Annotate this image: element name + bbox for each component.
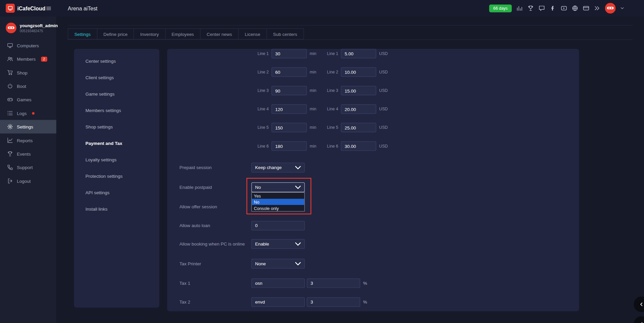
min-unit-label: min xyxy=(310,107,316,111)
sidebar-item-label: Logout xyxy=(17,178,31,183)
trophy-icon[interactable] xyxy=(527,5,534,12)
line2-usd-input[interactable] xyxy=(341,67,376,77)
sidebar-item-support[interactable]: Support xyxy=(0,161,56,174)
chat-icon[interactable] xyxy=(538,5,545,12)
center-title: Arena aiTest xyxy=(68,5,97,11)
tax-printer-select[interactable]: None xyxy=(251,259,305,268)
members-icon xyxy=(7,56,13,62)
license-days-badge[interactable]: 66 days xyxy=(489,4,512,12)
field-label: Enable postpaid xyxy=(179,185,251,190)
line-label: Line 1 xyxy=(258,51,269,56)
field-label: Tax Printer xyxy=(179,261,251,266)
select-value: Keep change xyxy=(255,165,281,170)
nav-loyalty-settings[interactable]: Loyalty settings xyxy=(74,152,159,168)
prepaid-session-select[interactable]: Keep change xyxy=(251,163,305,172)
sidebar-profile[interactable]: youngzsoft_admin 005193482475 xyxy=(0,16,56,39)
sidebar-item-logs[interactable]: Logs xyxy=(0,106,56,120)
enable-postpaid-select[interactable]: No xyxy=(251,182,305,192)
sidebar-item-label: Shop xyxy=(17,70,27,75)
allow-auto-loan-input[interactable] xyxy=(251,221,305,230)
settings-nav-panel: Center settings Client settings Game set… xyxy=(74,49,159,308)
sidebar-item-members[interactable]: Members 2 xyxy=(0,52,56,66)
dropdown-option-console-only[interactable]: Console only xyxy=(252,205,305,211)
payment-tax-form: Line 1 min Line 1 USD Line 2 min Line 2 xyxy=(167,49,579,311)
tab-define-price[interactable]: Define price xyxy=(97,28,134,39)
line-row: Line 4 min Line 4 USD xyxy=(258,104,388,114)
line6-usd-input[interactable] xyxy=(341,141,376,151)
youtube-icon[interactable] xyxy=(560,5,567,12)
line3-usd-input[interactable] xyxy=(341,86,376,95)
line-label: Line 4 xyxy=(258,107,269,111)
sidebar-item-settings[interactable]: Settings xyxy=(0,120,56,133)
globe-icon[interactable] xyxy=(572,5,578,12)
chevron-down-icon xyxy=(295,164,301,170)
analytics-icon[interactable] xyxy=(516,5,523,12)
tab-settings[interactable]: Settings xyxy=(68,28,97,39)
sidebar-item-logout[interactable]: Logout xyxy=(0,174,56,187)
nav-center-settings[interactable]: Center settings xyxy=(74,53,159,69)
line5-min-input[interactable] xyxy=(271,123,307,132)
line6-min-input[interactable] xyxy=(271,141,307,151)
brand-logo[interactable]: iCafeCloud xyxy=(6,4,45,13)
divider xyxy=(68,40,633,40)
tax1-rate-input[interactable] xyxy=(307,278,360,288)
section-tabs: Settings Define price Inventory Employee… xyxy=(68,28,644,39)
logs-icon xyxy=(7,110,13,116)
tax2-name-input[interactable] xyxy=(251,297,305,307)
line3-min-input[interactable] xyxy=(271,86,307,95)
prepaid-session-row: Prepaid session Keep change xyxy=(179,163,305,172)
nav-api-settings[interactable]: API settings xyxy=(74,184,159,201)
line4-min-input[interactable] xyxy=(271,104,307,114)
tab-inventory[interactable]: Inventory xyxy=(134,28,165,39)
tab-license[interactable]: License xyxy=(238,28,266,39)
facebook-icon[interactable] xyxy=(549,5,556,12)
usd-unit-label: USD xyxy=(379,70,388,74)
nav-install-links[interactable]: Install links xyxy=(74,201,159,217)
sidebar-item-label: Support xyxy=(17,165,33,170)
tab-employees[interactable]: Employees xyxy=(165,28,200,39)
tab-sub-centers[interactable]: Sub centers xyxy=(266,28,304,39)
enable-postpaid-row: Enable postpaid No xyxy=(179,182,305,192)
sidebar-item-games[interactable]: Games xyxy=(0,93,56,106)
tax2-rate-input[interactable] xyxy=(307,297,360,307)
sidebar-item-events[interactable]: Events xyxy=(0,147,56,160)
tab-center-news[interactable]: Center news xyxy=(200,28,238,39)
profile-name: youngzsoft_admin xyxy=(20,23,58,28)
user-avatar[interactable] xyxy=(605,3,616,14)
line1-usd-input[interactable] xyxy=(341,49,376,58)
topbar-actions: 66 days xyxy=(489,3,644,14)
sidebar-avatar xyxy=(6,22,16,33)
line-label: Line 6 xyxy=(327,144,338,148)
sidebar-item-reports[interactable]: Reports xyxy=(0,133,56,147)
shop-icon xyxy=(7,69,13,75)
nav-protection-settings[interactable]: Protection settings xyxy=(74,168,159,184)
dropdown-option-no[interactable]: No xyxy=(252,199,305,205)
nav-shop-settings[interactable]: Shop settings xyxy=(74,119,159,135)
billing-icon[interactable] xyxy=(583,5,590,12)
sidebar-item-boot[interactable]: Boot xyxy=(0,79,56,93)
sidebar: youngzsoft_admin 005193482475 Computers … xyxy=(0,16,56,323)
usd-unit-label: USD xyxy=(379,107,388,111)
sidebar-item-computers[interactable]: Computers xyxy=(0,39,56,52)
dropdown-option-yes[interactable]: Yes xyxy=(252,193,305,199)
nav-client-settings[interactable]: Client settings xyxy=(74,69,159,86)
menu-toggle-icon[interactable] xyxy=(45,5,51,11)
games-icon xyxy=(7,97,13,103)
line-label: Line 5 xyxy=(327,125,338,129)
chevron-down-icon[interactable] xyxy=(620,6,624,10)
line1-min-input[interactable] xyxy=(271,49,307,58)
nav-game-settings[interactable]: Game settings xyxy=(74,86,159,102)
line5-usd-input[interactable] xyxy=(341,123,376,132)
allow-booking-select[interactable]: Enable xyxy=(251,239,305,249)
nav-members-settings[interactable]: Members settings xyxy=(74,102,159,119)
partners-icon[interactable] xyxy=(594,5,601,12)
line-label: Line 2 xyxy=(258,70,269,74)
tax1-name-input[interactable] xyxy=(251,278,305,288)
sidebar-item-shop[interactable]: Shop xyxy=(0,66,56,79)
support-icon xyxy=(7,164,13,170)
line-row: Line 1 min Line 1 USD xyxy=(258,49,388,58)
line2-min-input[interactable] xyxy=(271,67,307,77)
sidebar-item-label: Logs xyxy=(17,111,26,116)
line4-usd-input[interactable] xyxy=(341,104,376,114)
nav-payment-and-tax[interactable]: Payment and Tax xyxy=(74,135,159,152)
